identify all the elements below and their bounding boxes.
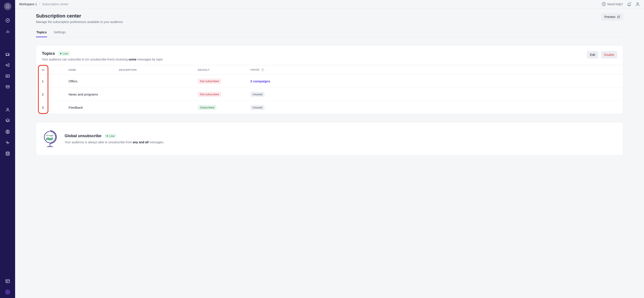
tabs: Topics Settings	[36, 30, 623, 37]
breadcrumb-separator: /	[39, 2, 40, 6]
transactional-icon[interactable]	[5, 74, 10, 78]
cell-default: Subscribed	[194, 101, 246, 114]
svg-point-28	[46, 146, 54, 148]
svg-rect-0	[6, 5, 8, 8]
cell-default: Not subscribed	[194, 88, 246, 101]
notification-dot	[630, 2, 632, 3]
table-row[interactable]: 1OffersNot subscribed2 campaigns	[36, 75, 623, 88]
cell-name: Feedback	[64, 101, 115, 114]
activity-icon[interactable]	[5, 140, 10, 145]
topics-card-title: Topics	[42, 51, 55, 56]
cell-name: Offers	[64, 75, 115, 88]
page-title: Subscription center	[36, 13, 123, 19]
target-icon[interactable]	[5, 129, 10, 134]
svg-point-24	[7, 292, 8, 293]
svg-point-20	[6, 152, 9, 153]
svg-point-17	[7, 108, 8, 110]
col-description: DESCRIPTION	[115, 65, 194, 75]
topbar: Workspace 1 / Subscription center Need h…	[15, 0, 644, 8]
globe-icon	[42, 129, 58, 148]
edit-button[interactable]: Edit	[587, 51, 598, 58]
cell-description	[115, 75, 194, 88]
col-name: NAME	[64, 65, 115, 75]
global-unsubscribe-subtitle: Your audience is always able to unsubscr…	[64, 140, 164, 144]
table-row[interactable]: 3FeedbackSubscribedUnused	[36, 101, 623, 114]
need-help-label: Need help?	[607, 2, 623, 6]
global-unsubscribe-card: Global unsubscribe Live Your audience is…	[36, 122, 623, 155]
need-help-link[interactable]: Need help?	[602, 2, 623, 6]
preview-button-label: Preview	[604, 15, 615, 18]
cell-description	[115, 101, 194, 114]
help-icon	[602, 2, 606, 6]
notifications-button[interactable]	[627, 2, 631, 6]
svg-point-27	[637, 2, 638, 4]
broadcast-icon[interactable]	[5, 63, 10, 68]
breadcrumb: Workspace 1 / Subscription center	[19, 2, 68, 6]
col-default: DEFAULT	[194, 65, 246, 75]
usage-pill: Unused	[250, 92, 264, 97]
topics-card: Topics Live Your audience can subscribe …	[36, 45, 623, 114]
people-icon[interactable]	[5, 107, 10, 112]
col-usage: USAGE ?	[246, 65, 623, 75]
segments-icon[interactable]	[5, 118, 10, 123]
svg-point-26	[604, 5, 604, 5]
table-row[interactable]: 2News and programsNot subscribedUnused	[36, 88, 623, 101]
cell-id: 3	[36, 101, 64, 114]
cell-id: 2	[36, 88, 64, 101]
default-pill: Not subscribed	[198, 79, 221, 84]
usage-link[interactable]: 2 campaigns	[250, 79, 270, 83]
page-subtitle: Manage the subscription preferences avai…	[36, 20, 123, 24]
workspace-switcher[interactable]	[4, 3, 12, 10]
topics-live-badge: Live	[58, 51, 70, 56]
dashboard-icon[interactable]	[5, 18, 10, 23]
account-icon[interactable]	[635, 2, 640, 6]
content-icon[interactable]	[5, 279, 10, 284]
col-id: ID	[36, 65, 64, 75]
cell-usage: Unused	[246, 88, 623, 101]
topics-table: ID NAME DESCRIPTION DEFAULT USAGE ?	[36, 65, 623, 114]
global-live-label: Live	[109, 134, 114, 138]
cell-default: Not subscribed	[194, 75, 246, 88]
cell-description	[115, 88, 194, 101]
topics-card-subtitle: Your audience can subscribe to (or unsub…	[42, 58, 163, 61]
usage-pill: Unused	[250, 105, 264, 110]
settings-icon[interactable]	[5, 290, 10, 294]
cell-usage: Unused	[246, 101, 623, 114]
svg-rect-21	[6, 280, 10, 283]
default-pill: Subscribed	[198, 105, 216, 110]
default-pill: Not subscribed	[198, 92, 221, 97]
topics-live-label: Live	[63, 52, 68, 55]
data-icon[interactable]	[5, 151, 10, 156]
external-link-icon	[617, 15, 620, 18]
global-live-badge: Live	[104, 134, 116, 138]
cell-id: 1	[36, 75, 64, 88]
usage-help-icon[interactable]: ?	[261, 68, 264, 72]
tab-topics[interactable]: Topics	[36, 30, 47, 37]
preview-button[interactable]: Preview	[601, 13, 623, 20]
building-icon	[6, 4, 10, 8]
analytics-icon[interactable]	[5, 29, 10, 34]
cell-usage: 2 campaigns	[246, 75, 623, 88]
sidebar	[0, 0, 15, 298]
journeys-icon[interactable]	[5, 52, 10, 56]
cell-name: News and programs	[64, 88, 115, 101]
svg-point-19	[7, 130, 8, 132]
breadcrumb-current: Subscription center	[42, 2, 68, 6]
breadcrumb-workspace[interactable]: Workspace 1	[19, 2, 37, 6]
tab-settings[interactable]: Settings	[53, 30, 66, 37]
global-unsubscribe-title: Global unsubscribe	[64, 134, 102, 138]
svg-point-8	[7, 20, 8, 21]
delivery-icon[interactable]	[5, 84, 10, 90]
disable-button[interactable]: Disable	[601, 51, 617, 58]
